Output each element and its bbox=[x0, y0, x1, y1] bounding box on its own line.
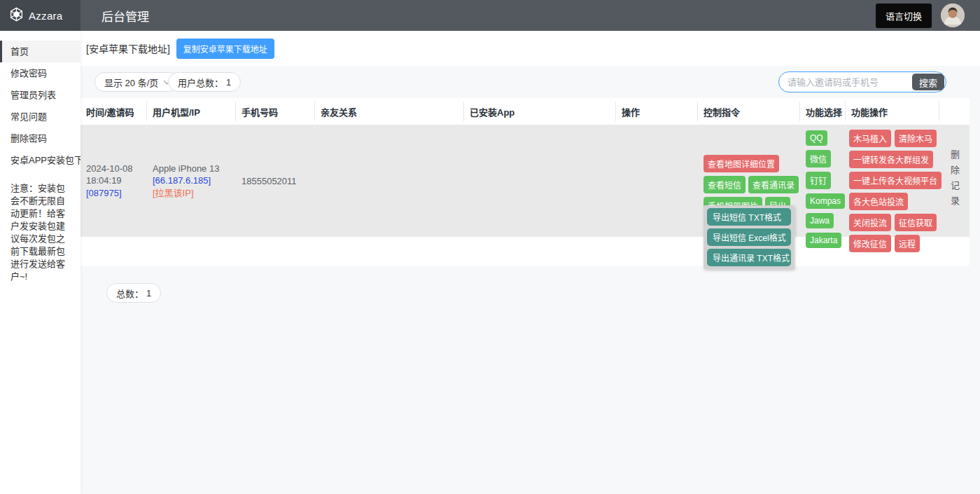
op-remote-button[interactable]: 远程 bbox=[895, 235, 920, 252]
language-switch-button[interactable]: 语言切换 bbox=[876, 4, 932, 28]
gem-logo-icon bbox=[9, 7, 24, 25]
sidebar-item-change-password[interactable]: 修改密码 bbox=[0, 62, 80, 84]
export-sms-txt-button[interactable]: 导出短信 TXT格式 bbox=[707, 208, 791, 226]
table-row: 2024-10-08 18:04:19 [087975] Apple iPhon… bbox=[80, 125, 969, 237]
page-size-select[interactable]: 显示 20 条/页 bbox=[94, 72, 179, 92]
sidebar-item-home[interactable]: 首页 bbox=[0, 41, 80, 62]
col-device-ip: 用户机型/IP bbox=[147, 98, 236, 125]
cell-phone: 18555052011 bbox=[236, 125, 315, 237]
function-qq-button[interactable]: QQ bbox=[806, 130, 827, 146]
invite-code-link[interactable]: [087975] bbox=[86, 187, 141, 200]
op-credit-modify-button[interactable]: 修改征信 bbox=[849, 235, 891, 252]
export-sms-excel-button[interactable]: 导出短信 Excel格式 bbox=[707, 228, 791, 246]
op-site-traffic-button[interactable]: 各大色站投流 bbox=[849, 193, 908, 210]
col-function-select: 功能选择 bbox=[800, 98, 846, 125]
total-badge: 总数： 1 bbox=[106, 283, 161, 303]
cell-time-invite: 2024-10-08 18:04:19 [087975] bbox=[80, 125, 147, 237]
op-upload-video-platforms-button[interactable]: 一键上传各大视频平台 bbox=[849, 172, 941, 189]
cell-function-select: QQ 微信 钉钉 Kompas Jawa Jakarta bbox=[800, 125, 846, 237]
export-dropdown-menu: 导出短信 TXT格式 导出短信 Excel格式 导出通讯录 TXT格式 bbox=[704, 205, 794, 269]
op-trojan-implant-button[interactable]: 木马植入 bbox=[849, 130, 891, 147]
col-phone: 手机号码 bbox=[236, 98, 315, 125]
function-jawa-button[interactable]: Jawa bbox=[806, 213, 834, 228]
delete-record-link[interactable]: 删除记录 bbox=[948, 150, 961, 212]
cell-delete-record: 删除记录 bbox=[939, 125, 969, 237]
user-total-value: 1 bbox=[226, 77, 231, 88]
row-time: 18:04:19 bbox=[86, 174, 141, 187]
sidebar-item-faq[interactable]: 常见问题 bbox=[0, 106, 80, 128]
view-map-button[interactable]: 查看地图详细位置 bbox=[704, 155, 779, 172]
download-address-label: [安卓苹果下载地址] bbox=[86, 41, 170, 55]
device-model: Apple iPhone 13 bbox=[153, 163, 230, 175]
sidebar-nav: 首页 修改密码 管理员列表 常见问题 删除密码 安卓APP安装包下载 bbox=[0, 31, 80, 171]
col-control-commands: 控制指令 bbox=[698, 98, 800, 125]
user-total-badge: 用户总数： 1 bbox=[168, 72, 241, 92]
op-trojan-clear-button[interactable]: 清除木马 bbox=[895, 130, 937, 147]
blacklist-ip-link[interactable]: [拉黑该IP] bbox=[153, 187, 230, 200]
col-delete bbox=[939, 98, 969, 125]
export-contacts-txt-button[interactable]: 导出通讯录 TXT格式 bbox=[707, 249, 791, 266]
ip-link[interactable]: [66.187.6.185] bbox=[153, 174, 230, 187]
total-label: 总数： bbox=[116, 287, 144, 300]
col-installed-apps: 已安装App bbox=[464, 98, 616, 125]
app-header: Azzara 后台管理 语言切换 bbox=[0, 0, 980, 31]
avatar[interactable] bbox=[941, 4, 965, 27]
view-sms-button[interactable]: 查看短信 bbox=[704, 176, 746, 193]
search-input[interactable] bbox=[779, 77, 911, 88]
table-header-row: 时间/邀请码 用户机型/IP 手机号码 亲友关系 已安装App 操作 控制指令 … bbox=[80, 98, 969, 125]
function-dingtalk-button[interactable]: 钉钉 bbox=[806, 172, 831, 189]
cell-control-commands: 查看地图详细位置 查看短信 查看通讯录 手机相册图片 导出 导出短信 TXT格式… bbox=[698, 125, 800, 237]
footer-total: 总数： 1 bbox=[106, 283, 161, 303]
cell-function-ops: 木马植入 清除木马 一键转发各大群组发 一键上传各大视频平台 各大色站投流 关闭… bbox=[846, 125, 939, 237]
col-operation: 操作 bbox=[616, 98, 698, 125]
cell-installed-apps bbox=[464, 125, 616, 237]
sidebar-item-delete-password[interactable]: 删除密码 bbox=[0, 128, 80, 149]
row-date: 2024-10-08 bbox=[86, 163, 141, 175]
cell-relations bbox=[315, 125, 464, 237]
search-box: 搜索 bbox=[778, 71, 946, 92]
cell-device-ip: Apple iPhone 13 [66.187.6.185] [拉黑该IP] bbox=[147, 125, 236, 237]
op-close-traffic-button[interactable]: 关闭投流 bbox=[849, 214, 891, 231]
sidebar-note: 注意：安装包会不断无限自动更新！给客户发安装包建议每次发包之前下载最新包进行发送… bbox=[10, 182, 71, 283]
download-strip: [安卓苹果下载地址] 复制安卓苹果下载地址 bbox=[80, 31, 980, 66]
user-total-label: 用户总数： bbox=[178, 76, 223, 89]
view-contacts-button[interactable]: 查看通讯录 bbox=[748, 176, 799, 193]
brand-name: Azzara bbox=[29, 10, 63, 22]
function-kompas-button[interactable]: Kompas bbox=[806, 193, 845, 209]
page-size-label: 显示 20 条/页 bbox=[104, 76, 158, 89]
main-content: [安卓苹果下载地址] 复制安卓苹果下载地址 显示 20 条/页 用户总数： 1 … bbox=[80, 31, 980, 494]
sidebar: 首页 修改密码 管理员列表 常见问题 删除密码 安卓APP安装包下载 注意：安装… bbox=[0, 31, 80, 494]
col-time-invite: 时间/邀请码 bbox=[80, 98, 147, 125]
function-jakarta-button[interactable]: Jakarta bbox=[806, 233, 841, 248]
search-button[interactable]: 搜索 bbox=[912, 74, 944, 90]
total-value: 1 bbox=[146, 288, 151, 299]
op-forward-groups-button[interactable]: 一键转发各大群组发 bbox=[849, 151, 933, 168]
cell-operation bbox=[616, 125, 698, 237]
col-function-ops: 功能操作 bbox=[846, 98, 939, 125]
page-title: 后台管理 bbox=[102, 7, 149, 25]
function-wechat-button[interactable]: 微信 bbox=[806, 150, 831, 167]
users-table: 时间/邀请码 用户机型/IP 手机号码 亲友关系 已安装App 操作 控制指令 … bbox=[80, 98, 969, 266]
col-relations: 亲友关系 bbox=[315, 98, 464, 125]
phone-number: 18555052011 bbox=[241, 176, 297, 186]
op-credit-fetch-button[interactable]: 征信获取 bbox=[895, 214, 937, 231]
copy-download-address-button[interactable]: 复制安卓苹果下载地址 bbox=[176, 39, 274, 59]
controls-row: 显示 20 条/页 用户总数： 1 搜索 bbox=[80, 66, 980, 98]
sidebar-item-android-apk-download[interactable]: 安卓APP安装包下载 bbox=[0, 149, 80, 171]
logo-block[interactable]: Azzara bbox=[0, 0, 80, 31]
sidebar-item-admin-list[interactable]: 管理员列表 bbox=[0, 84, 80, 106]
